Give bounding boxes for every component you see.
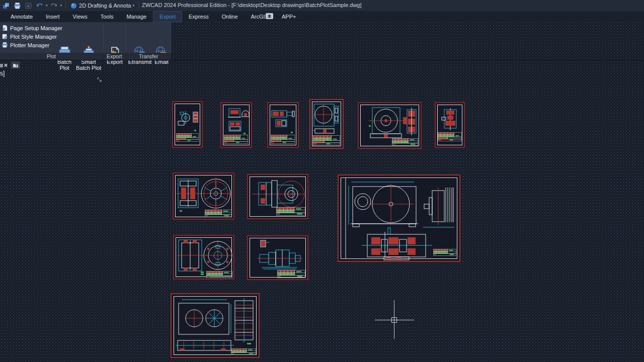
tab-export[interactable]: Export [153, 11, 182, 22]
crosshair-pickbox [391, 317, 397, 323]
plot-group-label: Plot [0, 53, 103, 60]
printer-icon [14, 2, 21, 10]
tab-annotate[interactable]: Annotate [4, 11, 39, 22]
workspace-caret-icon: ▾ [132, 1, 134, 10]
plot-button[interactable] [13, 1, 22, 10]
drawing-sheet-7[interactable] [173, 172, 234, 220]
undo-dropdown[interactable]: ▾ [46, 1, 48, 10]
drawing-sheet-1[interactable] [172, 101, 203, 148]
drawing-sheet-2[interactable] [220, 102, 252, 148]
close-drawing-icon[interactable]: × [4, 62, 8, 69]
redo-button[interactable] [49, 1, 59, 10]
titlebar-separator-2 [139, 2, 139, 9]
transfer-group-label: Transfer [126, 53, 172, 60]
export-group-label: Export [103, 53, 126, 60]
redo-icon [50, 2, 58, 10]
drawing-sheet-10[interactable] [247, 235, 308, 280]
ribbon-toggle-icon [267, 14, 272, 18]
drawing-sheet-6[interactable] [435, 102, 465, 148]
quick-access-toolbar: ▾ ▾ 2D Drafting & Annota ▾ [2, 1, 141, 11]
tab-express[interactable]: Express [182, 11, 215, 22]
workspace-globe-icon [70, 3, 77, 9]
drawing-sheet-3[interactable] [267, 102, 299, 148]
tab-tools[interactable]: Tools [94, 11, 120, 22]
workspace-label: 2D Drafting & Annota [79, 3, 131, 9]
drawing-sheet-5[interactable] [358, 102, 422, 149]
plot-preview-button[interactable] [24, 1, 33, 10]
ribbon-tab-bar: Annotate Insert Views Tools Manage Expor… [0, 11, 644, 22]
drawing-sheet-12[interactable] [171, 293, 260, 358]
tab-overflow-icon[interactable] [0, 64, 3, 67]
ribbon-toggle-button[interactable] [266, 13, 273, 19]
zwcad-window: ▾ ▾ 2D Drafting & Annota ▾ ZWCAD 2024 Pr… [0, 0, 644, 362]
plot-style-icon [2, 33, 8, 40]
drawing-sheet-4[interactable] [309, 99, 344, 149]
plotter-icon [2, 42, 8, 48]
page-setup-manager-button[interactable]: Page Setup Manager [2, 24, 62, 32]
plot-preview-icon [25, 2, 32, 10]
window-title: ZWCAD 2024 Professional Edition - [F:\de… [142, 2, 362, 8]
ribbon-group-labels: Plot Export Transfer [0, 53, 172, 60]
tab-insert[interactable]: Insert [39, 11, 66, 22]
ribbon-panel: Page Setup Manager Plot Style Manager Pl… [0, 22, 172, 60]
app-menu-button[interactable] [2, 1, 11, 10]
drawing-sheet-8[interactable] [247, 174, 308, 219]
redo-dropdown[interactable]: ▾ [60, 1, 62, 10]
tab-manage[interactable]: Manage [120, 11, 153, 22]
tab-views[interactable]: Views [66, 11, 94, 22]
plot-style-manager-button[interactable]: Plot Style Manager [2, 33, 57, 40]
undo-button[interactable] [35, 1, 44, 10]
undo-icon [36, 2, 43, 10]
app-logo-icon [3, 2, 10, 10]
title-bar: ▾ ▾ 2D Drafting & Annota ▾ ZWCAD 2024 Pr… [0, 0, 644, 12]
workspace-switcher[interactable]: 2D Drafting & Annota ▾ [69, 1, 135, 10]
tab-online[interactable]: Online [215, 11, 245, 22]
titlebar-separator [65, 2, 66, 9]
new-drawing-button[interactable] [11, 61, 20, 69]
group-separator-2 [126, 24, 126, 52]
plotter-manager-button[interactable]: Plotter Manager [2, 41, 49, 49]
tab-appplus[interactable]: APP+ [275, 11, 302, 22]
ribbon-bottom-border [0, 60, 644, 60]
drawing-sheet-11[interactable] [338, 174, 460, 262]
drawing-sheet-9[interactable] [173, 235, 234, 280]
new-folder-icon [13, 63, 19, 68]
page-setup-icon [2, 25, 8, 31]
